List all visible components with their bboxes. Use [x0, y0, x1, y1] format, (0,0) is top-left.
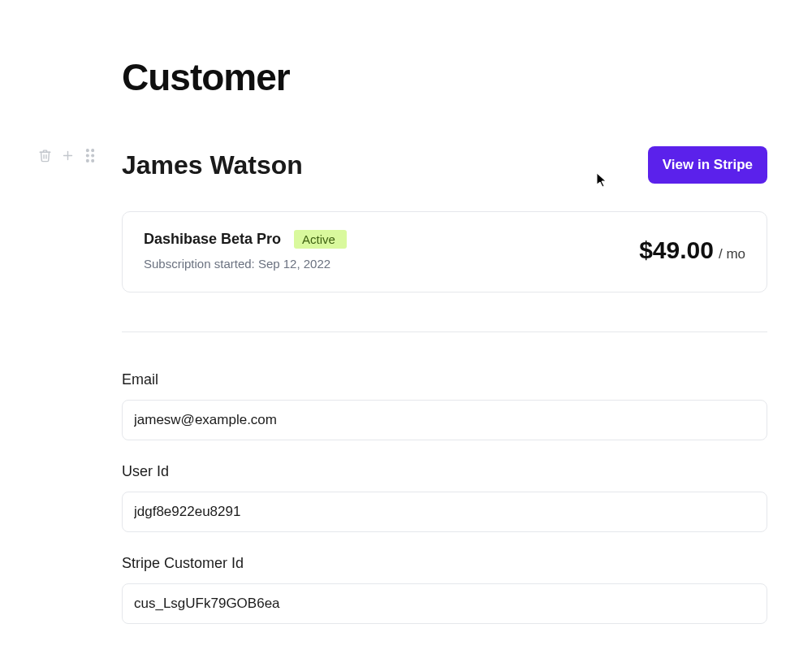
status-badge: Active: [294, 230, 347, 249]
trash-icon[interactable]: [37, 148, 52, 162]
plan-name: Dashibase Beta Pro: [144, 231, 281, 248]
customer-name: James Watson: [122, 150, 303, 180]
plus-icon[interactable]: [60, 148, 75, 162]
field-stripe-customer-id: Stripe Customer Id: [122, 555, 767, 624]
stripe-customer-id-input[interactable]: [122, 583, 767, 624]
drag-handle-icon[interactable]: [83, 148, 97, 162]
field-email: Email: [122, 371, 767, 440]
svg-point-2: [86, 149, 89, 151]
email-input[interactable]: [122, 400, 767, 440]
price-amount: $49.00: [639, 236, 714, 264]
svg-point-7: [92, 159, 94, 162]
subscription-card: Dashibase Beta Pro Active Subscription s…: [122, 211, 767, 292]
price-period: / mo: [719, 246, 745, 262]
block-tools: [37, 148, 97, 162]
subscription-started-text: Subscription started: Sep 12, 2022: [144, 257, 347, 271]
customer-header: James Watson View in Stripe: [122, 146, 767, 184]
svg-point-3: [92, 149, 94, 151]
field-label-stripe-customer-id: Stripe Customer Id: [122, 555, 767, 572]
field-label-user-id: User Id: [122, 463, 767, 480]
page-title: Customer: [122, 55, 767, 99]
divider: [122, 332, 767, 332]
user-id-input[interactable]: [122, 492, 767, 532]
field-user-id: User Id: [122, 463, 767, 532]
svg-point-5: [92, 154, 94, 157]
subscription-price: $49.00 / mo: [639, 236, 745, 264]
field-label-email: Email: [122, 371, 767, 388]
svg-point-6: [86, 159, 89, 162]
svg-point-4: [86, 154, 89, 157]
view-in-stripe-button[interactable]: View in Stripe: [648, 146, 767, 184]
